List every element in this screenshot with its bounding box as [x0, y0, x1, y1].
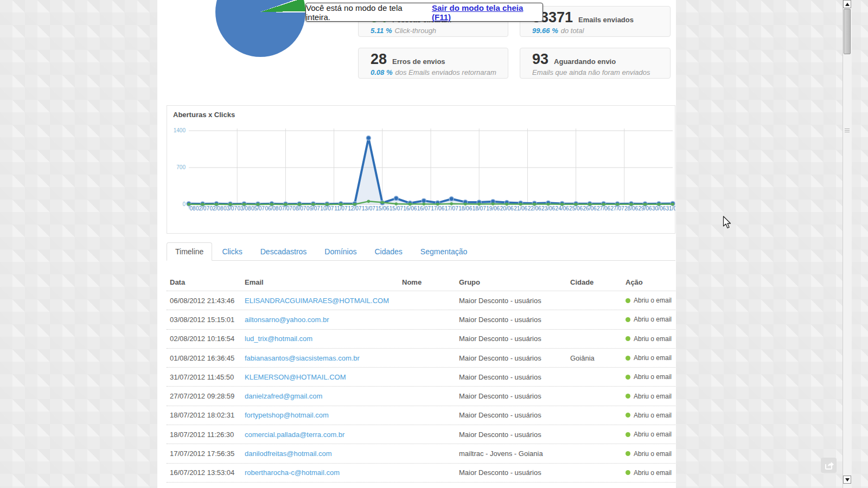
email-link[interactable]: comercial.pallada@terra.com.br: [245, 431, 344, 439]
cell-data: 27/07/2012 09:28:59: [167, 392, 241, 400]
green-dot-icon: [626, 432, 630, 437]
cell-email[interactable]: danielzafred@gmail.com: [241, 392, 399, 400]
x-axis-labels: 01/0802/0702/0803/0703/0805/0706/0807/07…: [189, 206, 675, 213]
stat-card-subline: 0.08 %dos Emails enviados retornaram: [371, 68, 501, 76]
click-through-note: Click-through: [395, 27, 437, 35]
cell-email[interactable]: lud_trix@hotmail.com: [241, 335, 399, 343]
cell-email[interactable]: ailtonsarno@yahoo.com.br: [241, 316, 399, 324]
green-dot-icon: [626, 470, 630, 475]
cell-data: 06/08/2012 21:43:46: [167, 297, 241, 305]
cell-email[interactable]: fortypetshop@hotmail.com: [241, 411, 399, 419]
cell-data: 31/07/2012 11:45:50: [167, 373, 241, 381]
cell-data: 16/07/2012 13:53:04: [167, 468, 241, 477]
cell-grupo: Maior Desconto - usuários: [456, 411, 567, 419]
exit-fullscreen-link[interactable]: Sair do modo tela cheia (F11): [432, 3, 542, 22]
cell-grupo: Maior Desconto - usuários: [456, 335, 567, 343]
acao-label: Abriu o email: [634, 450, 672, 458]
green-dot-icon: [626, 375, 630, 380]
table-row: 01/08/2012 16:36:45fabianasantos@siacsis…: [167, 349, 675, 368]
email-link[interactable]: ELISANDRACGUIMARAES@HOTMAIL.COM: [245, 297, 389, 305]
triangle-up-icon: [845, 3, 850, 6]
email-link[interactable]: robertharocha-c@hotmail.com: [245, 468, 340, 477]
cell-email[interactable]: ELISANDRACGUIMARAES@HOTMAIL.COM: [241, 297, 399, 305]
click-through-percent: 5.11 %: [371, 27, 392, 35]
erros-envios-count: 28: [371, 52, 387, 67]
share-button[interactable]: [821, 458, 837, 473]
stat-card-erros-envios: 28 Erros de envios 0.08 %dos Emails envi…: [358, 48, 508, 79]
cell-grupo: Maior Desconto - usuários: [456, 297, 567, 305]
acao-label: Abriu o email: [634, 297, 672, 304]
chart-title: Aberturas x Clicks: [173, 111, 235, 119]
aguardando-envio-count: 93: [532, 52, 548, 67]
email-link[interactable]: fabianasantos@siacsistemas.com.br: [245, 354, 360, 362]
aberturas-clicks-panel: Aberturas x Clicks 07001400 01/0802/0702…: [167, 105, 675, 234]
cell-email[interactable]: fabianasantos@siacsistemas.com.br: [241, 354, 399, 362]
cell-grupo: Maior Desconto - usuários: [456, 316, 567, 324]
stat-card-headline: 93 Aguardando envio: [532, 52, 663, 67]
vertical-scrollbar[interactable]: [843, 0, 852, 488]
cell-grupo: Maior Desconto - usuários: [456, 373, 567, 381]
cell-grupo: Maior Desconto - usuários: [456, 392, 567, 400]
cell-cidade: Goiânia: [567, 354, 622, 362]
email-link[interactable]: KLEMERSON@HOTMAIL.COM: [245, 373, 346, 381]
acao-label: Abriu o email: [634, 412, 672, 419]
timeline-table: Data Email Nome Grupo Cidade Ação 06/08/…: [167, 274, 675, 483]
stat-card-headline: 33371 Emails enviados: [532, 10, 663, 25]
y-axis-label: 700: [169, 164, 186, 170]
emails-enviados-label: Emails enviados: [578, 16, 634, 24]
col-header-nome: Nome: [399, 278, 456, 286]
cell-data: 18/07/2012 18:02:31: [167, 411, 241, 419]
acao-label: Abriu o email: [634, 335, 672, 343]
cell-email[interactable]: danilodfreitas@hotmail.com: [241, 450, 399, 458]
email-link[interactable]: fortypetshop@hotmail.com: [245, 411, 329, 419]
cell-acao: Abriu o email: [622, 373, 675, 381]
tab-descadastros[interactable]: Descadastros: [252, 243, 315, 260]
mouse-cursor: [723, 216, 732, 230]
email-link[interactable]: danilodfreitas@hotmail.com: [245, 450, 332, 458]
cell-data: 01/08/2012 16:36:45: [167, 354, 241, 362]
clicks-pie-chart: [215, 0, 305, 57]
cell-grupo: Maior Desconto - usuários: [456, 468, 567, 477]
email-link[interactable]: lud_trix@hotmail.com: [245, 335, 312, 343]
cell-acao: Abriu o email: [622, 335, 675, 343]
triangle-down-icon: [845, 478, 850, 481]
table-header-row: Data Email Nome Grupo Cidade Ação: [167, 274, 675, 291]
scroll-down-button[interactable]: [843, 476, 851, 484]
stat-card-headline: 28 Erros de envios: [371, 52, 501, 67]
green-dot-icon: [626, 317, 630, 322]
cell-email[interactable]: comercial.pallada@terra.com.br: [241, 431, 399, 439]
email-link[interactable]: danielzafred@gmail.com: [245, 392, 322, 400]
cell-data: 03/08/2012 15:15:01: [167, 316, 241, 324]
green-dot-icon: [626, 356, 630, 361]
cell-email[interactable]: KLEMERSON@HOTMAIL.COM: [241, 373, 399, 381]
email-link[interactable]: ailtonsarno@yahoo.com.br: [245, 316, 329, 324]
tab-timeline[interactable]: Timeline: [167, 242, 212, 261]
scroll-up-button[interactable]: [843, 0, 851, 8]
col-header-data: Data: [167, 278, 241, 286]
green-dot-icon: [626, 451, 630, 456]
cell-grupo: Maior Desconto - usuários: [456, 431, 567, 439]
scrollbar-thumb[interactable]: [844, 9, 851, 54]
stat-card-subline: 5.11 %Click-through: [371, 27, 501, 35]
fullscreen-notice-text: Você está no modo de tela inteira.: [306, 3, 427, 22]
acao-label: Abriu o email: [634, 354, 672, 362]
cell-acao: Abriu o email: [622, 469, 675, 477]
tab-clicks[interactable]: Clicks: [214, 243, 250, 260]
erros-envios-percent: 0.08 %: [371, 68, 392, 76]
erros-envios-note: dos Emails enviados retornaram: [395, 68, 496, 76]
cell-email[interactable]: robertharocha-c@hotmail.com: [241, 468, 399, 477]
report-tabs: Timeline Clicks Descadastros Domínios Ci…: [167, 242, 675, 261]
cell-acao: Abriu o email: [622, 431, 675, 438]
cell-acao: Abriu o email: [622, 354, 675, 362]
aguardando-envio-label: Aguardando envio: [554, 57, 616, 66]
table-row: 06/08/2012 21:43:46ELISANDRACGUIMARAES@H…: [167, 291, 675, 310]
tab-cidades[interactable]: Cidades: [366, 243, 410, 260]
tab-dominios[interactable]: Domínios: [316, 243, 365, 260]
stat-card-subline: 99.66 %do total: [532, 27, 663, 35]
green-dot-icon: [626, 336, 630, 341]
cell-data: 17/07/2012 17:56:35: [167, 450, 241, 458]
tab-segmentacao[interactable]: Segmentação: [412, 243, 475, 260]
col-header-grupo: Grupo: [456, 278, 567, 286]
table-row: 31/07/2012 11:45:50KLEMERSON@HOTMAIL.COM…: [167, 368, 675, 387]
cell-grupo: mailtrac - Jovens - Goiania: [456, 450, 567, 458]
